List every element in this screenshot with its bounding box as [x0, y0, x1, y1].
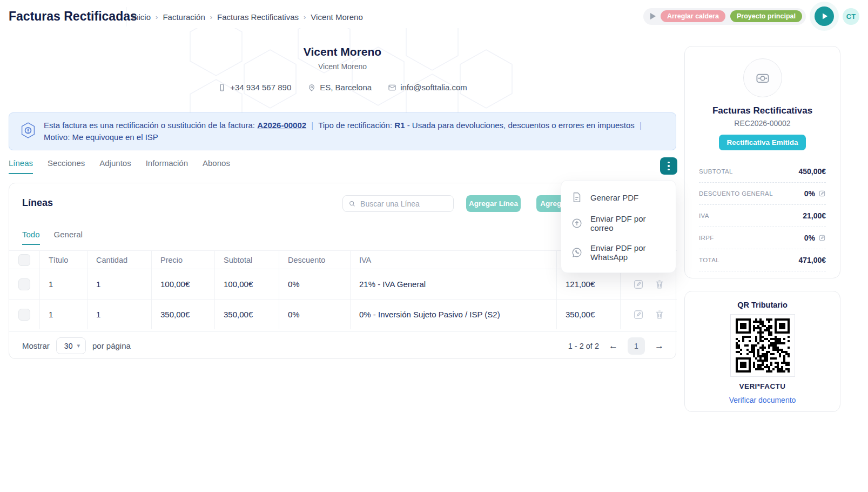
- customer-subtitle: Vicent Moreno: [9, 62, 676, 71]
- edit-icon: [633, 309, 644, 321]
- menu-item-generar-pdf[interactable]: Generar PDF: [561, 186, 676, 209]
- pdf-actions-menu: Generar PDF Enviar PDF por correo Enviar…: [561, 180, 676, 273]
- document-number: REC2026-00002: [685, 119, 840, 128]
- trash-icon: [654, 309, 665, 321]
- total-row-total: TOTAL 471,00€: [699, 252, 826, 268]
- cell-iva: 21% - IVA General: [351, 269, 557, 299]
- play-icon: [821, 12, 829, 20]
- phone-icon: [218, 83, 226, 92]
- start-timer-button[interactable]: [815, 6, 834, 26]
- breadcrumb-current: Vicent Moreno: [311, 12, 362, 22]
- timer-play-icon[interactable]: [650, 13, 656, 19]
- table-row: 1 1 100,00€ 100,00€ 0% 21% - IVA General…: [9, 269, 677, 299]
- breadcrumb: Inicio › Facturación › Facturas Rectific…: [132, 12, 363, 22]
- edit-line-button[interactable]: [633, 309, 644, 321]
- invoice-tabs: Líneas Secciones Adjuntos Información Ab…: [9, 158, 230, 174]
- select-all-checkbox[interactable]: [18, 254, 30, 266]
- cell-subtotal: 350,00€: [215, 300, 279, 329]
- source-invoice-link[interactable]: A2026-00002: [257, 121, 306, 130]
- por-pagina-label: por página: [92, 341, 131, 350]
- user-avatar[interactable]: CT: [843, 8, 859, 25]
- breadcrumb-facturas-rectificativas[interactable]: Facturas Rectificativas: [217, 12, 299, 22]
- banner-separator: |: [637, 121, 644, 130]
- cell-total: 121,00€: [557, 269, 621, 299]
- edit-discount-icon[interactable]: [818, 190, 826, 197]
- next-page-button[interactable]: →: [655, 341, 664, 351]
- tab-secciones[interactable]: Secciones: [48, 158, 85, 174]
- cell-subtotal: 100,00€: [215, 269, 279, 299]
- col-titulo: Título: [40, 251, 88, 269]
- banner-motivo-label: Motivo:: [44, 132, 70, 142]
- row-checkbox[interactable]: [18, 278, 30, 290]
- task-badge[interactable]: Arreglar caldera: [661, 10, 725, 22]
- edit-irpf-icon[interactable]: [818, 234, 826, 242]
- page-title: Facturas Rectificadas: [9, 9, 137, 24]
- menu-item-enviar-pdf-correo[interactable]: Enviar PDF por correo: [561, 209, 676, 238]
- cell-iva: 0% - Inversión Sujeto Pasivo / ISP (S2): [351, 300, 557, 329]
- seal-alert-icon: [18, 121, 38, 144]
- banner-separator: |: [308, 121, 316, 130]
- banner-type-desc: - Usada para devoluciones, descuentos o …: [407, 121, 635, 130]
- subtab-general[interactable]: General: [54, 230, 83, 245]
- prev-page-button[interactable]: ←: [609, 341, 618, 351]
- verify-document-link[interactable]: Verificar documento: [685, 396, 840, 404]
- tab-abonos[interactable]: Abonos: [203, 158, 230, 174]
- document-avatar[interactable]: [743, 58, 782, 97]
- cell-precio: 100,00€: [152, 269, 215, 299]
- chevron-down-icon: ▾: [77, 342, 80, 349]
- tab-informacion[interactable]: Información: [146, 158, 188, 174]
- total-row-descuento: DESCUENTO GENERAL 0%: [699, 185, 826, 202]
- app-window: Facturas Rectificadas Inicio › Facturaci…: [0, 0, 868, 492]
- qr-frame: [730, 314, 795, 377]
- send-mail-icon: [571, 217, 583, 229]
- table-row: 1 1 350,00€ 350,00€ 0% 0% - Inversión Su…: [9, 299, 677, 329]
- tab-lineas[interactable]: Líneas: [9, 158, 33, 174]
- search-input[interactable]: [360, 200, 448, 208]
- subtab-todo[interactable]: Todo: [22, 230, 40, 245]
- col-iva: IVA: [351, 251, 557, 269]
- totals-breakdown: SUBTOTAL 450,00€ DESCUENTO GENERAL 0% IV…: [699, 163, 826, 271]
- table-footer: Mostrar 30 ▾ por página 1 - 2 of 2 ← 1 →: [9, 331, 677, 360]
- page-size-select[interactable]: 30 ▾: [56, 337, 86, 354]
- menu-item-enviar-pdf-whatsapp[interactable]: Enviar PDF por WhatsApp: [561, 238, 676, 267]
- mail-icon: [388, 83, 396, 92]
- breadcrumb-separator: ›: [304, 13, 306, 21]
- location-pin-icon: [307, 83, 316, 92]
- cell-cantidad: 1: [88, 269, 152, 299]
- project-badge[interactable]: Proyecto principal: [730, 10, 802, 22]
- col-precio: Precio: [152, 251, 215, 269]
- banner-prefix: Esta factura es una rectificación o sust…: [44, 121, 255, 130]
- cell-cantidad: 1: [88, 300, 152, 329]
- qr-code: [736, 318, 790, 373]
- more-actions-button[interactable]: [660, 157, 677, 175]
- row-checkbox[interactable]: [18, 309, 30, 321]
- total-row-iva: IVA 21,00€: [699, 208, 826, 224]
- customer-header: Vicent Moreno Vicent Moreno +34 934 567 …: [9, 45, 676, 92]
- whatsapp-icon: [571, 247, 583, 258]
- cell-precio: 350,00€: [152, 300, 215, 329]
- document-summary-card: Facturas Rectificativas REC2026-00002 Re…: [684, 46, 840, 278]
- delete-line-button[interactable]: [654, 278, 665, 290]
- customer-email: info@softtalia.com: [388, 83, 467, 92]
- customer-contact-row: +34 934 567 890 ES, Barcelona info@softt…: [9, 83, 676, 92]
- cell-titulo: 1: [40, 269, 88, 299]
- line-search: [342, 195, 454, 212]
- add-line-button[interactable]: Agregar Línea: [466, 195, 521, 212]
- col-cantidad: Cantidad: [88, 251, 152, 269]
- topbar-actions: Arreglar caldera Proyecto principal CT: [643, 6, 859, 26]
- trash-icon: [654, 278, 665, 290]
- current-page-button[interactable]: 1: [628, 337, 645, 355]
- cell-titulo: 1: [40, 300, 88, 329]
- time-tracker-widget: Arreglar caldera Proyecto principal: [643, 8, 806, 25]
- breadcrumb-home[interactable]: Inicio: [132, 12, 151, 22]
- tab-adjuntos[interactable]: Adjuntos: [99, 158, 131, 174]
- rectification-banner: Esta factura es una rectificación o sust…: [9, 112, 676, 150]
- col-descuento: Descuento: [279, 251, 351, 269]
- delete-line-button[interactable]: [654, 309, 665, 321]
- edit-icon: [633, 278, 644, 290]
- breadcrumb-separator: ›: [156, 13, 158, 21]
- status-badge: Rectificativa Emitida: [719, 135, 805, 150]
- total-row-subtotal: SUBTOTAL 450,00€: [699, 163, 826, 179]
- breadcrumb-facturacion[interactable]: Facturación: [163, 12, 205, 22]
- edit-line-button[interactable]: [633, 278, 644, 290]
